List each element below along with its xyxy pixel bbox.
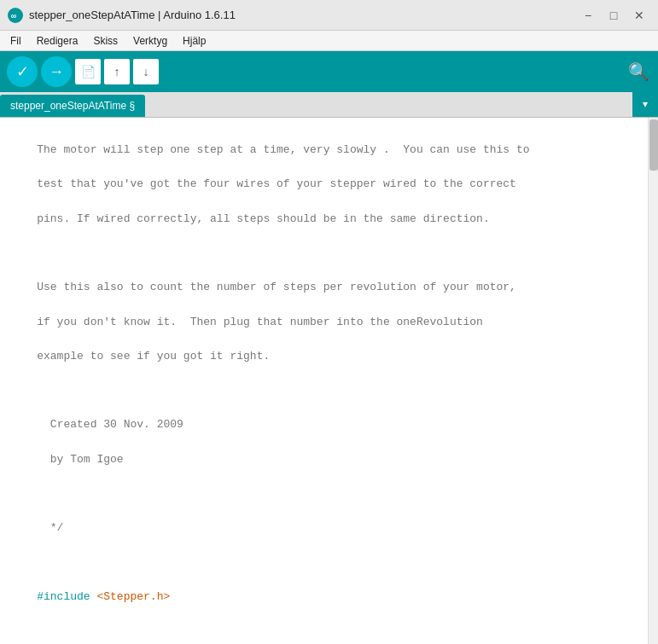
comment-line-2: test that you've got the four wires of y…: [37, 177, 516, 190]
code-editor[interactable]: The motor will step one step at a time, …: [0, 118, 648, 644]
open-icon: ↑: [114, 65, 120, 78]
menu-hjalp[interactable]: Hjälp: [176, 33, 213, 49]
tab-label: stepper_oneStepAtATime §: [10, 100, 135, 112]
svg-text:∞: ∞: [11, 12, 16, 21]
author-line: by Tom Igoe: [37, 453, 123, 466]
app-logo-icon: ∞: [7, 7, 24, 24]
scrollbar-thumb[interactable]: [649, 119, 658, 171]
title-left: ∞ stepper_oneStepAtATime | Arduino 1.6.1…: [7, 7, 236, 24]
menu-fil[interactable]: Fil: [3, 33, 28, 49]
comment-line-5: if you don't know it. Then plug that num…: [37, 316, 483, 328]
minimize-button[interactable]: −: [576, 7, 600, 24]
serial-monitor-icon: 🔍: [628, 61, 649, 82]
save-button[interactable]: ↓: [133, 59, 159, 84]
comment-line-1: The motor will step one step at a time, …: [37, 143, 529, 156]
comment-line-4: Use this also to count the number of ste…: [37, 281, 516, 293]
window-title: stepper_oneStepAtATime | Arduino 1.6.11: [29, 9, 236, 21]
verify-button[interactable]: ✓: [7, 56, 38, 87]
title-controls: − □ ✕: [576, 7, 651, 24]
new-file-icon: 📄: [81, 65, 96, 78]
include-line: #include <Stepper.h>: [37, 590, 170, 603]
toolbar-right: 🔍: [626, 59, 651, 84]
comment-line-3: pins. If wired correctly, all steps shou…: [37, 212, 490, 225]
created-line: Created 30 Nov. 2009: [37, 418, 183, 431]
comment-close: */: [37, 521, 63, 534]
menu-skiss[interactable]: Skiss: [86, 33, 125, 49]
verify-icon: ✓: [16, 62, 29, 81]
upload-icon: →: [49, 63, 64, 81]
chevron-down-icon: ▾: [643, 98, 648, 110]
open-button[interactable]: ↑: [104, 59, 130, 84]
code-container: The motor will step one step at a time, …: [0, 118, 658, 644]
tab-bar: stepper_oneStepAtATime § ▾: [0, 92, 658, 118]
tab-stepper[interactable]: stepper_oneStepAtATime §: [0, 95, 145, 117]
title-bar: ∞ stepper_oneStepAtATime | Arduino 1.6.1…: [0, 0, 658, 31]
new-button[interactable]: 📄: [75, 59, 101, 84]
menu-verktyg[interactable]: Verktyg: [126, 33, 174, 49]
menu-redigera[interactable]: Redigera: [30, 33, 85, 49]
serial-monitor-button[interactable]: 🔍: [626, 59, 651, 84]
menu-bar: Fil Redigera Skiss Verktyg Hjälp: [0, 31, 658, 51]
upload-button[interactable]: →: [41, 56, 72, 87]
toolbar: ✓ → 📄 ↑ ↓ 🔍: [0, 51, 658, 92]
comment-line-6: example to see if you got it right.: [37, 350, 270, 363]
tab-dropdown-button[interactable]: ▾: [632, 91, 658, 117]
close-button[interactable]: ✕: [627, 7, 651, 24]
save-icon: ↓: [143, 65, 149, 78]
scrollbar[interactable]: [648, 118, 658, 644]
maximize-button[interactable]: □: [602, 7, 626, 24]
